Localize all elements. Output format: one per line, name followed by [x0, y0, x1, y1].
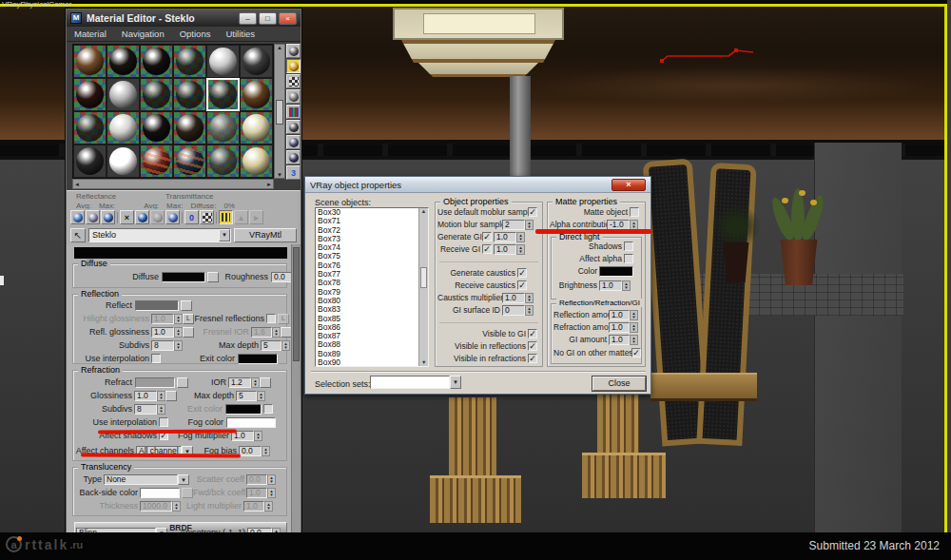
- affect-alpha-checkbox[interactable]: [624, 254, 633, 263]
- close-button[interactable]: ×: [279, 12, 297, 25]
- reflection-amount-field[interactable]: 1.0: [609, 310, 630, 320]
- refl-glossiness-map-button[interactable]: [183, 327, 194, 338]
- receive-gi-checkbox[interactable]: ✓: [482, 244, 492, 254]
- gi-surface-id-field[interactable]: 0: [502, 305, 525, 316]
- alpha-contribution-spinner[interactable]: ▴▾: [630, 220, 638, 230]
- fwd-bck-coeff-spinner[interactable]: ▴▾: [267, 488, 276, 498]
- put-to-library-icon[interactable]: [165, 210, 180, 224]
- no-gi-checkbox[interactable]: ✓: [631, 348, 641, 357]
- gi-amount-spinner[interactable]: ▴▾: [630, 335, 638, 345]
- material-sample-slot-17[interactable]: [206, 111, 240, 145]
- hilight-glossiness-l-button[interactable]: L: [183, 314, 194, 324]
- refr-glossiness-field[interactable]: 1.0: [134, 391, 157, 401]
- material-sample-slot-20[interactable]: [107, 145, 140, 178]
- fresnel-ior-spinner[interactable]: ▴▾: [272, 327, 281, 338]
- put-material-to-scene-icon[interactable]: [86, 210, 100, 224]
- refr-max-depth-field[interactable]: 5: [236, 391, 257, 401]
- slots-horizontal-scrollbar[interactable]: ◄►: [72, 179, 274, 189]
- thickness-field[interactable]: 1000.0: [140, 501, 172, 512]
- chevron-down-icon[interactable]: ▼: [219, 229, 230, 241]
- material-editor-titlebar[interactable]: M Material Editor - Steklo – □ ×: [67, 10, 301, 27]
- material-name-dropdown[interactable]: Steklo ▼: [88, 228, 231, 242]
- use-default-moblur-checkbox[interactable]: ✓: [528, 207, 537, 217]
- listbox-scrollbar[interactable]: ▲ ▼: [418, 208, 428, 366]
- material-sample-slot-8[interactable]: [107, 78, 140, 111]
- assign-material-to-selection-icon[interactable]: [101, 210, 115, 224]
- visible-to-gi-checkbox[interactable]: ✓: [528, 329, 537, 338]
- scene-objects-listbox[interactable]: Box30Box71Box72Box73Box74Box75Box76Box77…: [315, 207, 429, 367]
- material-sample-slot-12[interactable]: [240, 78, 273, 111]
- caustics-multiplier-spinner[interactable]: ▴▾: [525, 293, 534, 303]
- generate-gi-checkbox[interactable]: ✓: [482, 232, 492, 241]
- diffuse-map-button[interactable]: [207, 272, 219, 282]
- scatter-coeff-spinner[interactable]: ▴▾: [267, 474, 276, 485]
- scatter-coeff-field[interactable]: 0.0: [246, 474, 267, 485]
- back-side-color-swatch[interactable]: [140, 488, 180, 498]
- menu-options[interactable]: Options: [172, 29, 219, 39]
- viewport-camera-label[interactable]: VRayPhysicalCamer: [2, 0, 71, 9]
- refraction-amount-spinner[interactable]: ▴▾: [630, 322, 638, 333]
- refr-subdivs-spinner[interactable]: ▴▾: [157, 404, 165, 415]
- brightness-spinner[interactable]: ▴▾: [622, 280, 631, 291]
- listbox-scroll-thumb[interactable]: [420, 267, 427, 288]
- material-type-button[interactable]: VRayMtl: [234, 228, 297, 242]
- sample-type-icon[interactable]: [286, 44, 301, 58]
- material-sample-slot-14[interactable]: [107, 111, 140, 145]
- generate-caustics-checkbox[interactable]: ✓: [517, 268, 527, 278]
- menu-material[interactable]: Material: [67, 29, 114, 39]
- material-sample-slot-22[interactable]: [173, 145, 206, 178]
- material-sample-slot-9[interactable]: [140, 78, 173, 111]
- refl-glossiness-field[interactable]: 1.0: [151, 327, 174, 338]
- material-sample-slot-4[interactable]: [173, 45, 206, 78]
- fwd-bck-coeff-field[interactable]: 1.0: [246, 488, 267, 498]
- refract-color-swatch[interactable]: [135, 377, 175, 388]
- material-sample-slot-15[interactable]: [140, 111, 173, 145]
- refr-exit-color-swatch[interactable]: [225, 404, 262, 415]
- options-icon[interactable]: [286, 135, 301, 149]
- slots-vscroll-thumb[interactable]: [276, 100, 283, 125]
- material-sample-slot-6[interactable]: [240, 45, 273, 78]
- gi-amount-field[interactable]: 1.0: [609, 335, 630, 345]
- fresnel-l-button[interactable]: L: [278, 314, 289, 324]
- fresnel-reflections-checkbox[interactable]: [266, 314, 276, 323]
- menu-navigation[interactable]: Navigation: [114, 29, 172, 39]
- shadows-checkbox[interactable]: [624, 241, 633, 251]
- maximize-button[interactable]: □: [259, 12, 277, 25]
- background-icon[interactable]: [286, 74, 301, 88]
- material-sample-slot-2[interactable]: [107, 45, 140, 78]
- caustics-multiplier-field[interactable]: 1.0: [502, 293, 525, 303]
- hilight-glossiness-spinner[interactable]: ▴▾: [174, 314, 183, 324]
- go-to-parent-icon[interactable]: ▴: [234, 210, 248, 224]
- selection-sets-dropdown[interactable]: [370, 376, 450, 389]
- refl-subdivs-spinner[interactable]: ▴▾: [174, 340, 183, 351]
- reflect-map-button[interactable]: [181, 300, 192, 311]
- fog-bias-field[interactable]: 0.0: [239, 446, 262, 456]
- slots-vertical-scrollbar[interactable]: ▲ ▼: [274, 44, 285, 179]
- ior-field[interactable]: 1.2: [228, 377, 251, 388]
- backlight-icon[interactable]: [286, 59, 301, 73]
- parameters-scrollbar[interactable]: [291, 244, 301, 534]
- material-sample-slot-3[interactable]: [140, 45, 173, 78]
- refract-map-button[interactable]: [177, 377, 188, 388]
- make-material-copy-icon[interactable]: [135, 210, 149, 224]
- show-end-result-icon[interactable]: [219, 210, 233, 224]
- reset-map-icon[interactable]: ×: [120, 210, 134, 224]
- refl-max-depth-field[interactable]: 5: [261, 340, 281, 351]
- pick-material-icon[interactable]: ↖: [70, 228, 86, 242]
- get-material-icon[interactable]: [70, 210, 85, 224]
- material-sample-slot-7[interactable]: [73, 78, 107, 111]
- matte-color-swatch[interactable]: [599, 266, 633, 277]
- gi-surface-id-spinner[interactable]: ▴▾: [525, 305, 534, 316]
- receive-caustics-checkbox[interactable]: ✓: [517, 280, 527, 290]
- generate-gi-spinner[interactable]: ▴▾: [516, 232, 525, 242]
- refr-exit-color-checkbox[interactable]: [263, 404, 273, 414]
- menu-utilities[interactable]: Utilities: [218, 29, 262, 39]
- visible-in-refractions-checkbox[interactable]: ✓: [528, 354, 537, 363]
- fog-bias-spinner[interactable]: ▴▾: [262, 446, 270, 456]
- material-sample-slot-11[interactable]: [206, 78, 240, 111]
- refl-use-interpolation-checkbox[interactable]: [151, 354, 161, 363]
- exit-color-swatch[interactable]: [238, 354, 278, 364]
- refl-subdivs-field[interactable]: 8: [151, 340, 174, 351]
- vray-dialog-close-button[interactable]: ×: [611, 179, 646, 191]
- motion-blur-samples-spinner[interactable]: ▴▾: [525, 220, 534, 230]
